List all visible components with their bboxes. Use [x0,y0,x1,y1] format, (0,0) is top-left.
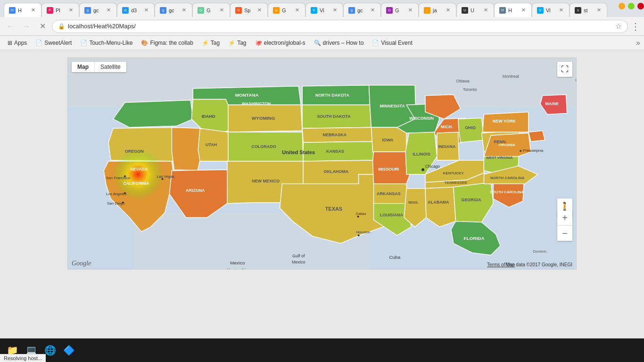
tab-close-1[interactable]: ✕ [30,6,36,14]
browser-tab-6[interactable]: G G ✕ [192,3,230,17]
label-virginia: VIRGINIA [499,143,516,147]
browser-tab-15[interactable]: V Vi ✕ [532,3,570,17]
bookmark-item-0[interactable]: ⊞Apps [4,39,31,47]
more-bookmarks-button[interactable]: » [636,39,640,47]
browser-tab-8[interactable]: G G ✕ [268,3,305,17]
tab-close-8[interactable]: ✕ [294,6,300,14]
tab-favicon-12: j [424,7,430,14]
browser-tab-16[interactable]: s st ✕ [570,3,607,17]
label-new-york: NEW YORK [493,119,516,123]
tab-close-5[interactable]: ✕ [181,6,187,14]
tab-close-16[interactable]: ✕ [596,6,602,14]
bookmark-item-2[interactable]: 📄Touch-Menu-Like [76,39,136,47]
browser-tab-4[interactable]: d d3 ✕ [117,3,155,17]
tab-close-15[interactable]: ✕ [558,6,564,14]
tab-favicon-11: G [386,7,393,14]
label-gulf-of-mexico2: Mexico [292,260,305,264]
label-san-francisco: San Francisco [106,176,130,180]
tab-label-13: U [471,8,480,13]
fullscreen-button[interactable]: ⛶ [557,62,572,77]
bookmark-item-8[interactable]: 📄Visual Event [368,39,416,47]
bookmark-icon-8: 📄 [372,40,379,46]
browser-tab-14[interactable]: H H ✕ [494,3,532,17]
bookmark-icon-0: ⊞ [8,40,12,46]
state-washington [113,100,193,128]
address-text: localhost/Heat%20Maps/ [68,23,612,30]
label-georgia: GEORGIA [461,197,481,202]
bookmark-item-5[interactable]: ⚡ Tag [224,39,250,47]
tab-favicon-4: d [122,7,129,14]
bookmark-label-0: Apps [14,40,27,46]
label-idaho: IDAHO [202,114,215,119]
bookmark-item-4[interactable]: ⚡ Tag [198,39,223,47]
dot-chicago [421,168,424,171]
browser-tab-5[interactable]: g gc ✕ [155,3,192,17]
chrome-menu-icon[interactable]: ⋮ [631,21,640,32]
label-west-virginia: WEST VIRGINIA [486,156,513,160]
browser-tab-9[interactable]: V Vi ✕ [305,3,343,17]
address-bar[interactable]: 🔒 localhost/Heat%20Maps/ ☆ [52,20,628,33]
bookmark-item-1[interactable]: 📄SweetAlert [32,39,75,47]
tab-close-11[interactable]: ✕ [407,6,413,14]
tab-label-1: H [18,8,28,13]
security-icon: 🔒 [58,23,65,30]
tab-label-14: H [508,8,518,13]
map-type-satellite-button[interactable]: Satellite [95,62,126,72]
tab-close-9[interactable]: ✕ [332,6,338,14]
bookmark-item-3[interactable]: 🎨Figma: the collab [137,39,197,47]
google-logo: Google [72,260,91,267]
maximize-button[interactable] [628,3,635,9]
bookmark-item-6[interactable]: 🐙electron/global-s [251,39,309,47]
tab-close-12[interactable]: ✕ [445,6,451,14]
tab-close-3[interactable]: ✕ [106,6,112,14]
close-button[interactable] [637,3,644,9]
label-north-carolina: NORTH CAROLINA [490,176,525,180]
bookmarks-bar: ⊞Apps📄SweetAlert📄Touch-Menu-Like🎨Figma: … [0,36,644,50]
map-container[interactable]: Map Satellite ⛶ 🚶 + − [67,58,577,270]
label-florida: FLORIDA [463,236,484,241]
bookmark-icon-5: ⚡ [228,40,235,46]
tab-label-10: gc [357,8,367,13]
back-button[interactable]: ← [4,20,17,33]
label-nevada: NEVADA [130,167,148,172]
bookmark-item-7[interactable]: 🔍drivers – How to [310,39,368,47]
browser-tab-3[interactable]: g gc ✕ [79,3,117,17]
browser-tab-7[interactable]: S Sp ✕ [230,3,268,17]
label-dallas: Dallas [356,212,366,216]
browser-tab-12[interactable]: j ja ✕ [419,3,456,17]
bookmark-label-6: electron/global-s [264,40,305,46]
minimize-button[interactable] [619,3,625,9]
dot-houston [358,234,360,236]
tab-close-7[interactable]: ✕ [256,6,263,14]
bookmark-label-4: Tag [211,40,220,46]
browser-tab-1[interactable]: H H ✕ [4,3,41,17]
zoom-in-button[interactable]: + [557,211,572,226]
tab-close-13[interactable]: ✕ [483,6,489,14]
zoom-out-button[interactable]: − [557,226,572,241]
bookmark-star-icon[interactable]: ☆ [615,22,622,31]
label-chicago: Chicago [425,164,440,169]
map-type-map-button[interactable]: Map [72,62,95,72]
bookmark-icon-4: ⚡ [202,40,209,46]
browser-tab-2[interactable]: P Pl ✕ [41,3,79,17]
bookmark-icon-2: 📄 [80,40,87,46]
label-wyoming: WYOMING [252,115,275,121]
taskbar-icon-vs[interactable]: 🔷 [60,342,77,359]
tab-close-2[interactable]: ✕ [68,6,74,14]
tab-close-14[interactable]: ✕ [520,6,527,14]
tabs-scroll: H H ✕ P Pl ✕ g gc ✕ d d3 ✕ g gc ✕ G G ✕ … [4,3,619,17]
browser-tab-10[interactable]: g gc ✕ [343,3,381,17]
tab-close-4[interactable]: ✕ [143,6,149,14]
bookmark-icon-6: 🐙 [255,40,262,46]
tab-close-10[interactable]: ✕ [370,6,376,14]
label-california: CALIFORNIA [123,181,149,186]
browser-tab-11[interactable]: G G ✕ [381,3,419,17]
tab-close-6[interactable]: ✕ [219,6,225,14]
browser-tab-13[interactable]: U U ✕ [456,3,494,17]
label-michigan: MICH. [441,124,453,129]
reload-button[interactable]: ✕ [36,20,49,33]
bookmark-icon-7: 🔍 [314,40,321,46]
label-ottawa: Ottawa [456,79,469,83]
label-kansas: KANSAS [326,149,344,154]
forward-button[interactable]: → [20,20,33,33]
